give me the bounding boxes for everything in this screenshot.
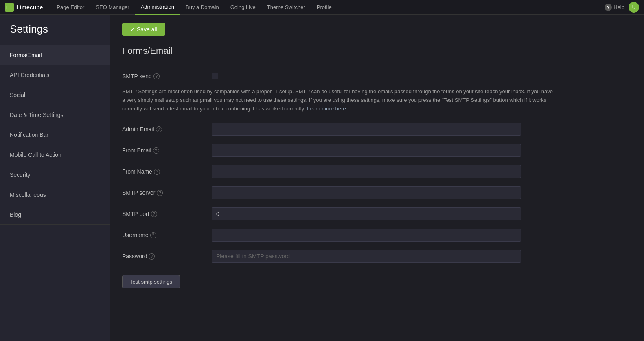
sidebar-item-mobile-cta[interactable]: Mobile Call to Action <box>0 145 110 165</box>
nav-page-editor[interactable]: Page Editor <box>51 0 90 15</box>
smtp-server-help-icon[interactable]: ? <box>157 190 163 196</box>
sidebar-title: Settings <box>0 23 110 45</box>
from-name-input[interactable] <box>212 165 521 178</box>
main-layout: Settings Forms/Email API Credentials Soc… <box>0 15 644 341</box>
from-email-input[interactable] <box>212 144 521 157</box>
save-all-button[interactable]: ✓ Save all <box>122 23 165 36</box>
test-smtp-button[interactable]: Test smtp settings <box>122 275 180 288</box>
nav-buy-domain[interactable]: Buy a Domain <box>180 0 225 15</box>
smtp-port-input[interactable] <box>212 207 521 220</box>
password-help-icon[interactable]: ? <box>149 253 155 260</box>
from-name-row: From Name ? <box>122 165 632 178</box>
username-help-icon[interactable]: ? <box>150 232 156 238</box>
smtp-send-label: SMTP send ? <box>122 73 212 79</box>
sidebar-item-forms-email[interactable]: Forms/Email <box>0 45 110 65</box>
sidebar: Settings Forms/Email API Credentials Soc… <box>0 15 110 341</box>
top-nav: L Limecube Page Editor SEO Manager Admin… <box>0 0 644 15</box>
save-bar: ✓ Save all <box>122 23 632 36</box>
sidebar-item-social[interactable]: Social <box>0 85 110 105</box>
nav-profile[interactable]: Profile <box>311 0 337 15</box>
username-input[interactable] <box>212 229 521 242</box>
nav-going-live[interactable]: Going Live <box>225 0 261 15</box>
smtp-send-checkbox[interactable] <box>212 73 218 79</box>
help-button[interactable]: ? Help <box>605 4 624 11</box>
sidebar-item-blog[interactable]: Blog <box>0 205 110 225</box>
smtp-port-help-icon[interactable]: ? <box>151 211 157 217</box>
password-label: Password ? <box>122 250 212 260</box>
from-name-help-icon[interactable]: ? <box>154 169 160 175</box>
logo[interactable]: L Limecube <box>5 3 43 12</box>
sidebar-item-miscellaneous[interactable]: Miscellaneous <box>0 185 110 205</box>
smtp-server-row: SMTP server ? <box>122 186 632 199</box>
sidebar-item-date-time[interactable]: Date & Time Settings <box>0 105 110 125</box>
smtp-server-input[interactable] <box>212 186 521 199</box>
nav-right: ? Help U <box>605 2 639 13</box>
help-label: Help <box>613 4 624 10</box>
admin-email-row: Admin Email ? <box>122 123 632 136</box>
username-row: Username ? <box>122 229 632 242</box>
nav-links: Page Editor SEO Manager Administration B… <box>51 0 605 15</box>
nav-theme-switcher[interactable]: Theme Switcher <box>261 0 311 15</box>
smtp-port-label: SMTP port ? <box>122 207 212 217</box>
help-icon: ? <box>605 4 612 11</box>
nav-administration[interactable]: Administration <box>135 0 180 15</box>
sidebar-item-notification-bar[interactable]: Notification Bar <box>0 125 110 145</box>
admin-email-label: Admin Email ? <box>122 123 212 132</box>
password-row: Password ? <box>122 250 632 263</box>
smtp-send-help-icon[interactable]: ? <box>153 73 160 79</box>
smtp-server-label: SMTP server ? <box>122 186 212 196</box>
admin-email-input[interactable] <box>212 123 521 136</box>
admin-email-help-icon[interactable]: ? <box>156 126 162 132</box>
section-title: Forms/Email <box>122 46 632 63</box>
nav-seo-manager[interactable]: SEO Manager <box>90 0 135 15</box>
from-email-row: From Email ? <box>122 144 632 157</box>
avatar[interactable]: U <box>629 2 639 13</box>
smtp-port-row: SMTP port ? <box>122 207 632 220</box>
learn-more-link[interactable]: Learn more here <box>307 106 346 112</box>
from-email-label: From Email ? <box>122 144 212 154</box>
main-content: ✓ Save all Forms/Email SMTP send ? SMTP … <box>110 15 644 341</box>
sidebar-item-api-credentials[interactable]: API Credentials <box>0 65 110 85</box>
logo-icon: L <box>5 3 14 12</box>
password-input[interactable] <box>212 250 521 263</box>
sidebar-item-security[interactable]: Security <box>0 165 110 185</box>
smtp-send-row: SMTP send ? <box>122 73 632 79</box>
from-name-label: From Name ? <box>122 165 212 175</box>
from-email-help-icon[interactable]: ? <box>153 147 159 154</box>
svg-text:L: L <box>6 4 9 11</box>
logo-text: Limecube <box>16 4 43 11</box>
username-label: Username ? <box>122 229 212 238</box>
smtp-description: SMTP Settings are most often used by com… <box>122 88 554 113</box>
